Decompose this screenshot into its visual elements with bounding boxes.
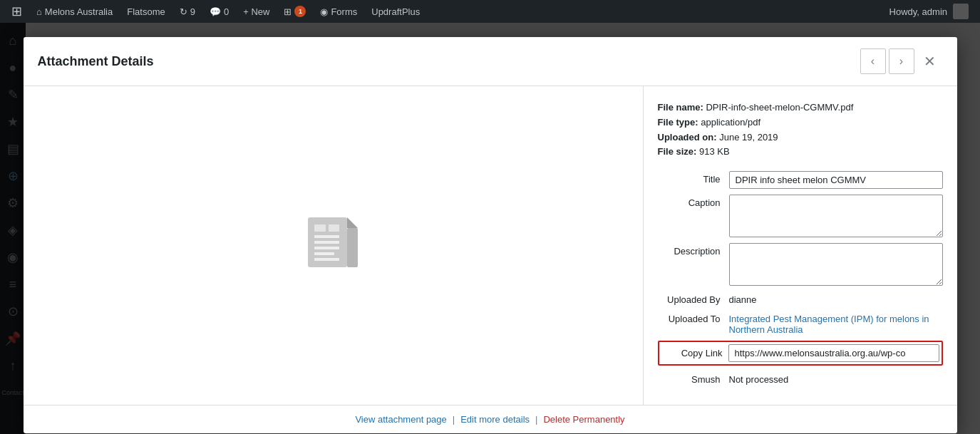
uploaded-by-row: Uploaded By dianne <box>658 291 943 305</box>
svg-rect-7 <box>314 258 339 261</box>
chevron-left-icon: ‹ <box>871 55 875 68</box>
copy-link-input[interactable] <box>728 344 939 362</box>
comments-count: 0 <box>224 6 229 17</box>
avatar <box>953 4 969 19</box>
comments-icon: 💬 <box>210 6 221 17</box>
theme-item[interactable]: Flatsome <box>121 0 170 23</box>
caption-label: Caption <box>658 195 729 208</box>
wp-logo-item[interactable]: ⊞ <box>6 0 28 23</box>
close-modal-button[interactable]: ✕ <box>917 48 943 74</box>
comments-item[interactable]: 💬 0 <box>204 0 234 23</box>
plugin-badge: 1 <box>294 6 306 17</box>
file-preview-area <box>24 86 644 405</box>
file-size-label: File size: <box>658 146 697 157</box>
home-icon: ⌂ <box>36 6 42 17</box>
file-type-row: File type: application/pdf <box>658 115 943 130</box>
uploaded-to-label: Uploaded To <box>658 311 729 324</box>
smush-label: Smush <box>658 371 729 385</box>
file-type-value: application/pdf <box>701 117 760 128</box>
updraft-label: UpdraftPlus <box>371 6 420 17</box>
close-icon: ✕ <box>924 53 936 70</box>
updates-icon: ↻ <box>180 6 187 17</box>
modal-title: Attachment Details <box>38 54 154 69</box>
uploaded-to-value: Integrated Pest Management (IPM) for mel… <box>729 311 943 335</box>
site-name: Melons Australia <box>45 6 113 17</box>
uploaded-to-row: Uploaded To Integrated Pest Management (… <box>658 311 943 335</box>
document-icon <box>304 214 361 278</box>
uploaded-by-label: Uploaded By <box>658 291 729 305</box>
forms-label: Forms <box>331 6 357 17</box>
prev-attachment-button[interactable]: ‹ <box>860 48 886 74</box>
modal-footer: View attachment page | Edit more details… <box>24 405 957 433</box>
plugin-icon-item[interactable]: ⊞ 1 <box>278 0 311 23</box>
pdf-document-svg <box>304 214 361 278</box>
delete-permanently-link[interactable]: Delete Permanently <box>543 414 624 425</box>
svg-rect-8 <box>314 224 326 232</box>
admin-bar: ⊞ ⌂ Melons Australia Flatsome ↻ 9 💬 0 + … <box>0 0 980 23</box>
smush-value: Not processed <box>729 371 943 385</box>
modal-header: Attachment Details ‹ › ✕ <box>24 37 957 86</box>
uploaded-to-link[interactable]: Integrated Pest Management (IPM) for mel… <box>729 314 929 335</box>
caption-row: Caption <box>658 195 943 237</box>
file-name-value: DPIR-info-sheet-melon-CGMMV.pdf <box>706 102 853 113</box>
chevron-right-icon: › <box>899 55 903 68</box>
svg-rect-4 <box>314 241 339 244</box>
attachment-details-modal: Attachment Details ‹ › ✕ <box>24 37 957 433</box>
updates-count: 9 <box>190 6 195 17</box>
new-label: + New <box>243 6 269 17</box>
theme-name: Flatsome <box>127 6 165 17</box>
modal-body: File name: DPIR-info-sheet-melon-CGMMV.p… <box>24 86 957 405</box>
modal-nav: ‹ › ✕ <box>860 48 943 74</box>
file-meta-info: File name: DPIR-info-sheet-melon-CGMMV.p… <box>658 100 943 160</box>
admin-bar-right: Howdy, admin <box>884 0 974 23</box>
description-row: Description <box>658 243 943 286</box>
next-attachment-button[interactable]: › <box>889 48 914 74</box>
wp-logo-icon: ⊞ <box>11 4 22 19</box>
edit-more-details-link[interactable]: Edit more details <box>460 414 530 425</box>
file-type-label: File type: <box>658 117 698 128</box>
new-item[interactable]: + New <box>237 0 275 23</box>
svg-rect-9 <box>329 224 339 232</box>
title-label: Title <box>658 171 729 185</box>
uploaded-on-value: June 19, 2019 <box>719 132 778 143</box>
copy-link-row: Copy Link <box>658 341 943 366</box>
svg-rect-2 <box>347 228 358 267</box>
file-name-label: File name: <box>658 102 703 113</box>
updraft-item[interactable]: UpdraftPlus <box>366 0 425 23</box>
forms-item[interactable]: ◉ Forms <box>314 0 363 23</box>
caption-textarea[interactable] <box>729 195 943 237</box>
smush-row: Smush Not processed <box>658 371 943 385</box>
svg-rect-5 <box>314 247 339 249</box>
file-name-row: File name: DPIR-info-sheet-melon-CGMMV.p… <box>658 100 943 115</box>
plugin-icon: ⊞ <box>284 6 292 17</box>
description-textarea[interactable] <box>729 243 943 286</box>
site-name-item[interactable]: ⌂ Melons Australia <box>31 0 118 23</box>
uploaded-on-row: Uploaded on: June 19, 2019 <box>658 130 943 145</box>
svg-marker-1 <box>347 217 358 228</box>
file-details-panel: File name: DPIR-info-sheet-melon-CGMMV.p… <box>644 86 957 405</box>
sep2: | <box>535 414 537 425</box>
uploaded-by-value: dianne <box>729 291 943 305</box>
sep1: | <box>453 414 455 425</box>
svg-rect-3 <box>314 235 339 238</box>
copy-link-label: Copy Link <box>661 348 728 358</box>
title-input[interactable] <box>729 171 943 189</box>
svg-rect-6 <box>314 252 334 255</box>
title-row: Title <box>658 171 943 189</box>
view-attachment-link[interactable]: View attachment page <box>355 414 446 425</box>
forms-icon: ◉ <box>320 6 328 17</box>
howdy-text: Howdy, admin <box>889 6 947 17</box>
modal-overlay: Attachment Details ‹ › ✕ <box>0 23 980 434</box>
howdy-item[interactable]: Howdy, admin <box>884 0 974 23</box>
file-size-row: File size: 913 KB <box>658 145 943 160</box>
description-label: Description <box>658 243 729 257</box>
uploaded-on-label: Uploaded on: <box>658 132 717 143</box>
file-size-value: 913 KB <box>699 146 730 157</box>
updates-item[interactable]: ↻ 9 <box>174 0 201 23</box>
